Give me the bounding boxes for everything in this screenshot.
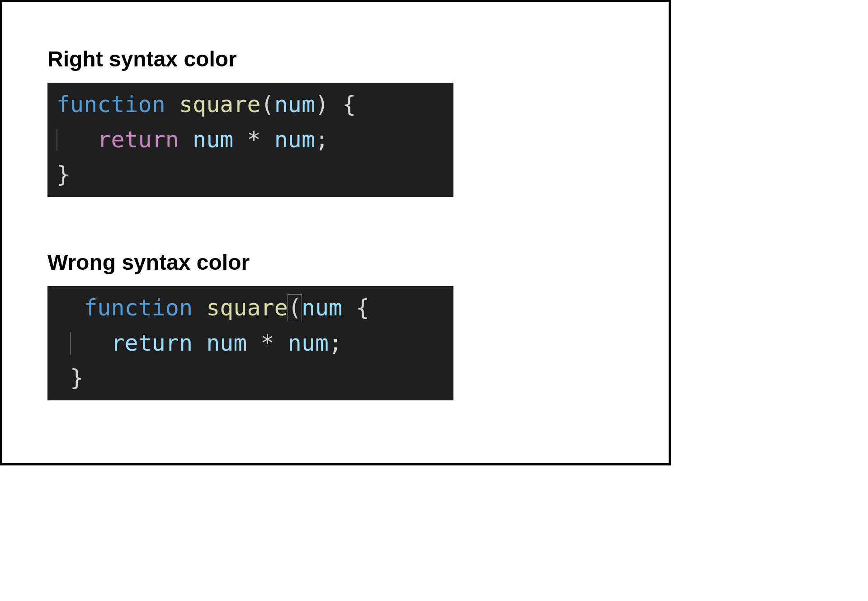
code-block-right: function square(num) { return num * num;… <box>47 83 453 197</box>
code-token-brace-close: } <box>57 161 70 188</box>
code-token-identifier: num <box>206 330 247 356</box>
document-frame: Right syntax color function square(num) … <box>0 0 671 465</box>
code-token-paren-close: ) <box>315 91 329 117</box>
code-token-parameter: num <box>274 91 315 117</box>
indent-guide <box>70 332 71 355</box>
heading-wrong-syntax: Wrong syntax color <box>47 251 250 275</box>
code-token-operator: * <box>247 127 260 153</box>
code-token-identifier: num <box>288 330 329 356</box>
code-token-semicolon: ; <box>329 330 342 356</box>
heading-right-syntax: Right syntax color <box>47 47 237 71</box>
code-token-keyword: function <box>57 91 165 117</box>
code-token-brace-open: { <box>356 295 369 321</box>
code-token-return: return <box>111 330 193 356</box>
code-token-function-name: square <box>179 91 261 117</box>
code-token-brace-open: { <box>342 91 356 117</box>
code-token-keyword: function <box>84 295 193 321</box>
code-token-parameter: num <box>302 295 342 321</box>
code-token-paren-open-highlighted: ( <box>288 294 302 321</box>
code-block-wrong: function square(num { return num * num; … <box>47 286 453 400</box>
indent-guide <box>57 129 57 151</box>
code-token-brace-close: } <box>70 365 84 391</box>
code-token-identifier: num <box>274 127 315 153</box>
code-token-semicolon: ; <box>315 127 329 153</box>
code-token-return: return <box>97 127 179 153</box>
code-token-paren-open: ( <box>261 91 274 117</box>
code-token-identifier: num <box>193 127 233 153</box>
code-token-operator: * <box>261 330 274 356</box>
code-token-function-name: square <box>206 295 288 321</box>
